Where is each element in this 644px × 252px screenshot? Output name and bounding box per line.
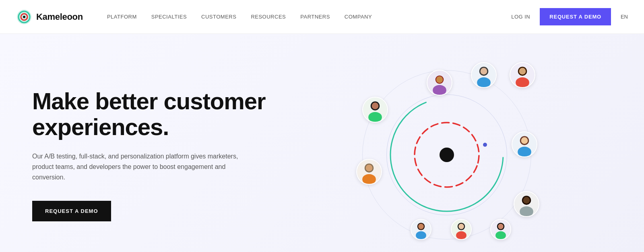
nav-right: LOG IN REQUEST A DEMO EN	[511, 8, 628, 25]
svg-point-45	[495, 231, 506, 240]
orbital-diagram	[346, 58, 547, 252]
avatar-3	[510, 62, 535, 88]
nav-customers[interactable]: CUSTOMERS	[201, 14, 236, 20]
nav-links: PLATFORM SPECIALTIES CUSTOMERS RESOURCES…	[107, 14, 511, 20]
hero-content: Make better customer experiences. Our A/…	[32, 88, 282, 221]
hero-subtitle: Our A/B testing, full-stack, and persona…	[32, 151, 242, 183]
svg-point-3	[23, 16, 25, 18]
avatar-1	[427, 70, 452, 96]
svg-point-9	[433, 85, 446, 95]
avatar-2	[471, 62, 497, 88]
svg-point-13	[477, 77, 491, 87]
language-selector[interactable]: EN	[621, 14, 628, 20]
svg-point-24	[521, 137, 528, 144]
svg-point-17	[516, 77, 529, 87]
nav-resources[interactable]: RESOURCES	[251, 14, 286, 20]
avatar-6	[356, 159, 382, 185]
avatar-4	[362, 97, 388, 123]
svg-point-33	[520, 206, 533, 217]
logo-icon	[16, 9, 32, 25]
logo[interactable]: Kameleoon	[16, 9, 83, 25]
svg-point-29	[362, 174, 376, 184]
hero-title: Make better customer experiences.	[32, 88, 282, 140]
nav-specialties[interactable]: SPECIALTIES	[151, 14, 187, 20]
svg-point-36	[418, 224, 424, 229]
brand-name: Kameleoon	[36, 12, 83, 22]
hero-visual	[282, 58, 612, 252]
svg-point-32	[523, 197, 530, 204]
svg-point-37	[416, 231, 426, 240]
center-dot	[440, 148, 454, 162]
svg-point-40	[458, 224, 464, 229]
avatar-7	[514, 191, 539, 217]
svg-point-25	[518, 147, 531, 157]
avatar-9	[451, 219, 472, 240]
login-link[interactable]: LOG IN	[511, 14, 530, 20]
hero-section: Make better customer experiences. Our A/…	[0, 34, 644, 252]
svg-point-16	[519, 68, 526, 75]
request-demo-button[interactable]: REQUEST A DEMO	[540, 8, 611, 25]
avatar-8	[411, 219, 431, 240]
svg-point-21	[368, 112, 382, 123]
nav-partners[interactable]: PARTNERS	[300, 14, 330, 20]
svg-point-20	[372, 102, 379, 109]
svg-point-41	[456, 231, 466, 240]
svg-point-44	[498, 224, 504, 229]
nav-company[interactable]: COMPANY	[345, 14, 372, 20]
navbar: Kameleoon PLATFORM SPECIALTIES CUSTOMERS…	[0, 0, 644, 34]
svg-point-8	[436, 76, 443, 83]
svg-point-12	[481, 68, 487, 75]
svg-point-28	[366, 165, 373, 171]
nav-platform[interactable]: PLATFORM	[107, 14, 137, 20]
blue-accent-dot	[483, 143, 487, 147]
hero-cta-button[interactable]: REQUEST A DEMO	[32, 201, 111, 221]
avatar-10	[490, 219, 511, 240]
avatar-5	[512, 131, 537, 157]
